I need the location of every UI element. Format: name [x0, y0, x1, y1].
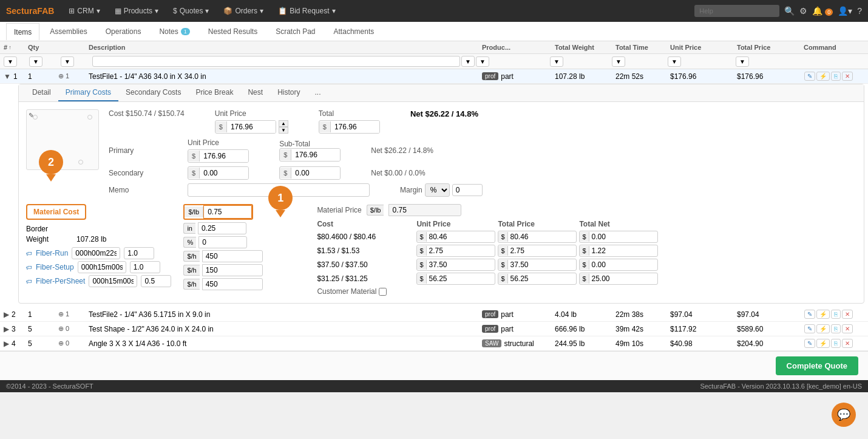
unit-price-input[interactable] — [227, 121, 276, 133]
margin-unit-select[interactable]: % $ — [425, 183, 450, 197]
help-search[interactable] — [694, 5, 779, 17]
complete-quote-button[interactable]: Complete Quote — [776, 356, 858, 375]
settings-icon[interactable]: ⚙ — [799, 6, 807, 16]
nav-crm[interactable]: ⊞ CRM ▾ — [63, 0, 106, 22]
row4-add-btn[interactable]: ⚡ — [816, 339, 830, 348]
row4-delete-btn[interactable]: ✕ — [842, 339, 853, 348]
annotation-1[interactable]: 1 — [268, 186, 293, 210]
tab-notes[interactable]: Notes 1 — [151, 23, 197, 40]
detail-tab-nest[interactable]: Nest — [240, 84, 270, 101]
fiber-persheet-rate-input[interactable] — [202, 278, 263, 290]
sort-icon[interactable]: ↑ — [8, 44, 12, 50]
expand-row1[interactable]: ▼ — [4, 72, 11, 81]
row4-edit-btn[interactable]: ✎ — [804, 339, 815, 348]
fiber-run-qty-input[interactable] — [124, 247, 154, 259]
fiber-setup-rate-input[interactable] — [202, 264, 263, 276]
price-up-btn[interactable]: ▲ — [279, 120, 288, 127]
detail-tab-price-break[interactable]: Price Break — [188, 84, 240, 101]
row2-copy-btn[interactable]: ⎘ — [831, 310, 841, 319]
row4-copy-btn[interactable]: ⎘ — [831, 339, 841, 348]
row3-add-btn[interactable]: ⚡ — [816, 324, 830, 333]
filter-unit-price[interactable]: ▼ — [668, 56, 681, 67]
detail-tab-primary-costs[interactable]: Primary Costs — [58, 84, 118, 101]
filter-num[interactable]: ▼ — [4, 56, 17, 67]
row2-edit-btn[interactable]: ✎ — [804, 310, 815, 319]
fiber-run-time-input[interactable] — [72, 247, 120, 259]
user-icon[interactable]: 👤▾ — [838, 6, 852, 16]
row3-copy-btn[interactable]: ⎘ — [831, 324, 841, 333]
fiber-setup-qty-input[interactable] — [130, 261, 160, 273]
detail-section-row1: Detail Primary Costs Secondary Costs Pri… — [18, 84, 864, 304]
net-section: Net $26.22 / 14.8% — [410, 109, 478, 118]
col-total-weight: Total Weight — [555, 44, 615, 51]
expand-row4[interactable]: ▶ — [4, 339, 9, 348]
help-icon[interactable]: ? — [857, 6, 862, 16]
row1-add-btn[interactable]: ⚡ — [816, 72, 830, 81]
search-icon[interactable]: 🔍 — [784, 6, 795, 16]
detail-tab-more[interactable]: ... — [307, 84, 328, 101]
annotation-2[interactable]: 2 — [39, 150, 63, 174]
tn-r4-input[interactable] — [589, 273, 632, 284]
fiber-persheet-time-input[interactable] — [89, 275, 137, 287]
row1-edit-btn[interactable]: ✎ — [804, 72, 815, 81]
tab-attachments[interactable]: Attachments — [326, 23, 382, 40]
row1-copy-btn[interactable]: ⎘ — [831, 72, 841, 81]
filter-product[interactable]: ▼ — [476, 56, 489, 67]
tab-nested-results[interactable]: Nested Results — [200, 23, 265, 40]
filter-link[interactable]: ▼ — [61, 56, 74, 67]
nav-orders[interactable]: 📦 Orders ▾ — [217, 0, 270, 22]
nav-quotes[interactable]: $ Quotes ▾ — [167, 0, 215, 22]
up-r1-input[interactable] — [427, 231, 469, 242]
price-down-btn[interactable]: ▼ — [279, 127, 288, 134]
expand-row2[interactable]: ▶ — [4, 310, 9, 319]
tp-r3-input[interactable] — [508, 259, 551, 270]
filter-description-input[interactable] — [92, 56, 460, 67]
rate-value-input[interactable] — [203, 205, 252, 219]
tab-operations[interactable]: Operations — [98, 23, 149, 40]
secondary-subtotal-input[interactable] — [291, 167, 340, 179]
secondary-unit-price-input[interactable] — [200, 167, 248, 179]
row1-delete-btn[interactable]: ✕ — [842, 72, 853, 81]
filter-qty[interactable]: ▼ — [29, 56, 42, 67]
material-price-input[interactable] — [388, 204, 461, 216]
total-input[interactable] — [331, 121, 379, 133]
notifications-icon[interactable]: 🔔 0 — [812, 6, 833, 16]
border-pct-input[interactable] — [198, 236, 247, 248]
filter-total-price[interactable]: ▼ — [736, 56, 749, 67]
up-r3-input[interactable] — [427, 259, 469, 270]
expand-row3[interactable]: ▶ — [4, 325, 9, 333]
up-r2-input[interactable] — [427, 245, 469, 256]
primary-unit-price-input[interactable] — [200, 150, 248, 162]
row1-description: TestFile1 - 1/4" A36 34.0 in X 34.0 in — [89, 72, 482, 81]
brand-logo[interactable]: SecturaFAB — [6, 6, 54, 16]
tp-r4-input[interactable] — [508, 273, 551, 284]
tn-r2-input[interactable] — [589, 245, 632, 256]
up-r4-input[interactable] — [427, 273, 469, 284]
row2-delete-btn[interactable]: ✕ — [842, 310, 853, 319]
filter-weight[interactable]: ▼ — [550, 56, 563, 67]
border-in-input[interactable] — [198, 222, 246, 234]
tn-r1-input[interactable] — [589, 231, 632, 242]
tab-scratch-pad[interactable]: Scratch Pad — [268, 23, 323, 40]
row3-edit-btn[interactable]: ✎ — [804, 324, 815, 333]
row2-add-btn[interactable]: ⚡ — [816, 310, 830, 319]
fiber-run-rate-input[interactable] — [202, 250, 263, 262]
margin-value-input[interactable] — [452, 184, 483, 196]
nav-products[interactable]: ▦ Products ▾ — [109, 0, 164, 22]
detail-tab-history[interactable]: History — [270, 84, 307, 101]
row3-delete-btn[interactable]: ✕ — [842, 324, 853, 333]
fiber-persheet-qty-input[interactable] — [141, 275, 171, 287]
customer-material-checkbox[interactable] — [379, 288, 387, 296]
filter-time[interactable]: ▼ — [612, 56, 625, 67]
primary-subtotal-input[interactable] — [291, 149, 340, 161]
detail-tab-detail[interactable]: Detail — [25, 84, 58, 101]
tp-r1-input[interactable] — [508, 231, 551, 242]
fiber-setup-time-input[interactable] — [78, 261, 126, 273]
tp-r2-input[interactable] — [508, 245, 551, 256]
tn-r3-input[interactable] — [589, 259, 632, 270]
detail-tab-secondary-costs[interactable]: Secondary Costs — [118, 84, 188, 101]
tab-items[interactable]: Items — [6, 23, 39, 40]
nav-bid-request[interactable]: 📋 Bid Request ▾ — [272, 0, 341, 22]
filter-description-btn[interactable]: ▼ — [461, 56, 475, 67]
tab-assemblies[interactable]: Assemblies — [42, 23, 95, 40]
